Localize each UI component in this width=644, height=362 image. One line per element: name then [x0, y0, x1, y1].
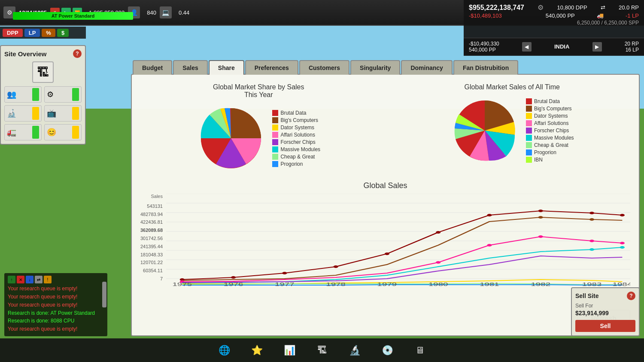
svg-point-18 [487, 214, 492, 216]
site-truck-item[interactable]: 🚛 [4, 124, 42, 140]
log-icon-5: ! [44, 276, 52, 283]
legend-item-dator-2: Dator Systems [526, 113, 574, 119]
line-chart-container: Sales 543131 482783.94 422436.81 362089.… [140, 194, 630, 290]
legend-item-forscher-1: Forscher Chips [272, 139, 320, 145]
dpp-icon[interactable]: DPP [3, 29, 23, 37]
tab-budget[interactable]: Budget [133, 60, 172, 75]
cpu-icon: 💻 [160, 6, 172, 18]
bottom-icon-globe[interactable]: 🌐 [216, 343, 232, 358]
country-name: INDIA [554, 43, 569, 50]
log-icon-4: ⇄ [35, 276, 43, 283]
svg-point-28 [589, 240, 594, 242]
spp-stat: 6,250,000 / 6,250,000 SPP [577, 20, 639, 26]
sell-for-label: Sell For [575, 303, 635, 309]
bottom-icon-crane[interactable]: 🏗 [314, 343, 330, 358]
sell-site-help-button[interactable]: ? [627, 292, 635, 300]
legend-item-massive-2: Massive Modules [526, 135, 574, 141]
pie-chart-1 [197, 104, 265, 173]
tab-dominancy[interactable]: Dominancy [401, 60, 452, 75]
sell-button[interactable]: Sell [575, 320, 635, 332]
bottom-icon-monitor[interactable]: 🖥 [412, 343, 428, 358]
y-value-482783: 482783.94 [140, 212, 163, 217]
legend-item-affari-2: Affari Solutions [526, 120, 574, 126]
site-overview-help-button[interactable]: ? [73, 49, 82, 58]
y-value-181048: 181048.33 [140, 252, 163, 257]
pie-chart-2-title: Global Market Sales of All Time [465, 83, 560, 91]
country-next-button[interactable]: ▶ [592, 42, 602, 52]
tab-sales[interactable]: Sales [173, 60, 208, 75]
svg-point-13 [231, 276, 236, 279]
pie-chart-2-legend: Brutal Data Big's Computers Dator System… [526, 98, 574, 163]
svg-text:1980: 1980 [428, 282, 448, 287]
pie-chart-1-container: Global Market Share by SalesThis Year [140, 83, 377, 173]
progorion-color-1 [272, 161, 278, 167]
y-value-120701: 120701.22 [140, 260, 163, 265]
log-panel: ↑ ✕ ↓ ⇄ ! Your research queue is empty! … [4, 273, 107, 336]
settings-icon[interactable]: ⚙ [538, 3, 544, 12]
pie-chart-1-legend: Brutal Data Big's Computers Dator System… [272, 110, 320, 167]
log-message-2: Your research queue is empty! [8, 293, 104, 301]
y-value-362089: 362089.68 [140, 228, 163, 233]
site-settings-item[interactable]: ⚙ [44, 86, 82, 103]
legend-item-affari-1: Affari Solutions [272, 132, 320, 138]
svg-text:1978: 1978 [326, 282, 346, 287]
svg-point-17 [436, 231, 440, 234]
smile-icon: 😊 [47, 128, 56, 137]
svg-text:1981: 1981 [480, 282, 499, 287]
affari-color-2 [526, 120, 532, 126]
site-overview-title: Site Overview [4, 50, 46, 58]
y-axis-label: Sales [151, 194, 163, 199]
tv-bar [72, 107, 79, 120]
legend-item-ibn-2: IBN [526, 157, 574, 163]
tv-icon: 📺 [47, 109, 56, 118]
pie-chart-1-title: Global Market Share by SalesThis Year [213, 83, 304, 99]
site-workers-item[interactable]: 👥 [4, 86, 42, 103]
top-val2: 0.44 [179, 9, 189, 16]
scroll-thumb[interactable] [102, 282, 106, 307]
cheap-color-2 [526, 142, 532, 148]
lp-stat: -1 LP [626, 12, 639, 19]
tab-singularity[interactable]: Singularity [350, 60, 400, 75]
bottom-icon-disc[interactable]: 💿 [380, 343, 395, 358]
bottom-icon-star[interactable]: ⭐ [249, 343, 264, 358]
site-tv-item[interactable]: 📺 [44, 105, 82, 122]
legend-item-bigs-computers-2: Big's Computers [526, 106, 574, 112]
y-value-241395: 241395.44 [140, 244, 163, 249]
pie-chart-1-with-legend: Brutal Data Big's Computers Dator System… [197, 104, 320, 173]
lab-icon: 🔬 [7, 109, 16, 118]
y-value-422436: 422436.81 [140, 219, 163, 225]
line-chart-title: Global Sales [140, 181, 630, 190]
bigs-computers-color-1 [272, 117, 278, 123]
tab-customers[interactable]: Customers [299, 60, 349, 75]
country-stat1: -$10,490,330 [469, 41, 499, 47]
y-value-543131: 543131 [147, 204, 163, 209]
bottom-icon-lab[interactable]: 🔬 [347, 343, 362, 358]
tab-preferences[interactable]: Preferences [245, 60, 298, 75]
dpp-stat: 10,800 DPP [557, 4, 587, 11]
brutal-data-color-1 [272, 110, 278, 116]
massive-color-1 [272, 146, 278, 152]
y-value-60354: 60354.11 [143, 268, 163, 273]
tab-share[interactable]: Share [209, 60, 244, 75]
legend-item-forscher-2: Forscher Chips [526, 128, 574, 134]
svg-point-21 [620, 214, 625, 216]
sell-site-title: Sell Site [575, 292, 598, 299]
legend-item-brutal-data-1: Brutal Data [272, 110, 320, 116]
y-value-301742: 301742.56 [140, 236, 163, 241]
country-bar: -$10,490,330 540,000 PP ◀ INDIA ▶ 20 RP … [464, 38, 644, 55]
tab-fan-distribution[interactable]: Fan Distrubition [453, 60, 518, 75]
svg-point-19 [538, 210, 543, 212]
svg-point-26 [487, 244, 492, 246]
site-smile-item[interactable]: 😊 [44, 124, 82, 140]
pct-icon[interactable]: % [42, 29, 55, 37]
legend-item-brutal-data-2: Brutal Data [526, 98, 574, 104]
top-val1: 840 [147, 9, 156, 16]
power-bar: AT Power Standard [13, 12, 133, 20]
lp-icon[interactable]: LP [24, 29, 40, 37]
log-message-1: Your research queue is empty! [8, 285, 104, 292]
dollar-icon[interactable]: $ [57, 29, 69, 37]
sell-site-panel: Sell Site ? Sell For $23,914,999 Sell [571, 287, 640, 336]
bottom-icon-chart[interactable]: 📊 [282, 343, 297, 358]
site-lab-item[interactable]: 🔬 [4, 105, 42, 122]
country-prev-button[interactable]: ◀ [522, 42, 532, 52]
